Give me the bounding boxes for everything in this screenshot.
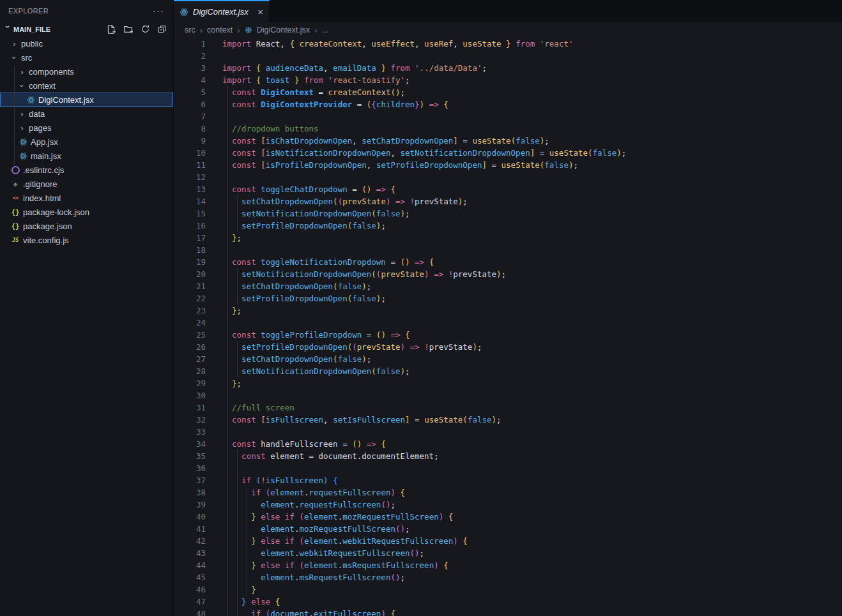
code-line[interactable]: 31 //full screen <box>174 402 842 414</box>
code-line[interactable]: 17 }; <box>174 232 842 244</box>
tree-item-main.jsx[interactable]: main.jsx <box>0 149 173 163</box>
tree-item-src[interactable]: ›src <box>0 50 173 64</box>
code-line[interactable]: 34 const handleFullscreen = () => { <box>174 438 842 450</box>
workspace-root-row[interactable]: › MAIN_FILE <box>0 22 173 36</box>
code-line[interactable]: 41 element.mozRequestFullScreen(); <box>174 523 842 535</box>
line-number: 37 <box>174 474 206 486</box>
code-line[interactable]: 16 setProfileDropdownOpen(false); <box>174 220 842 232</box>
tree-item-label: package.json <box>23 222 72 231</box>
code-line[interactable]: 19 const toggleNotificationDropdown = ()… <box>174 256 842 268</box>
tree-item-DigiContext.jsx[interactable]: DigiContext.jsx <box>0 93 173 107</box>
breadcrumb-file[interactable]: DigiContext.jsx <box>257 26 310 34</box>
code-line-text: if (document.exitFullscreen) { <box>222 608 395 616</box>
code-line[interactable]: 46 } <box>174 583 842 596</box>
code-line[interactable]: 20 setNotificationDropdownOpen((prevStat… <box>174 268 842 280</box>
line-number: 28 <box>174 365 206 377</box>
breadcrumb-context[interactable]: context <box>207 26 233 34</box>
code-line[interactable]: 25 const toggleProfileDropdown = () => { <box>174 329 842 341</box>
code-line[interactable]: 15 setNotificationDropdownOpen(false); <box>174 207 842 220</box>
new-folder-icon[interactable] <box>123 24 134 34</box>
code-line[interactable]: 33 <box>174 426 842 438</box>
code-line[interactable]: 10 const [isNotificationDropdownOpen, se… <box>174 147 842 159</box>
explorer-header: EXPLORER ··· <box>0 0 173 22</box>
tree-item-public[interactable]: ›public <box>0 36 173 50</box>
chevron-right-icon: › <box>19 110 26 117</box>
refresh-explorer-icon[interactable] <box>141 24 150 34</box>
code-line[interactable]: 37 if (!isFullscreen) { <box>174 474 842 486</box>
code-line[interactable]: 4import { toast } from 'react-toastify'; <box>174 74 842 86</box>
tree-item-package.json[interactable]: {}package.json <box>0 219 173 233</box>
code-line[interactable]: 24 <box>174 317 842 329</box>
tree-item-pages[interactable]: ›pages <box>0 121 173 135</box>
code-line-text: element.requestFullscreen(); <box>222 499 395 511</box>
code-line[interactable]: 6 const DigiContextProvider = ({children… <box>174 98 842 110</box>
code-line[interactable]: 35 const element = document.documentElem… <box>174 450 842 462</box>
explorer-title: EXPLORER <box>8 7 49 15</box>
tab-digicontext[interactable]: DigiContext.jsx × <box>174 0 270 22</box>
code-line-text: }; <box>222 377 241 389</box>
explorer-toolbar <box>106 24 167 34</box>
collapse-folders-icon[interactable] <box>157 24 167 34</box>
code-line[interactable]: 42 } else if (element.webkitRequestFulls… <box>174 535 842 547</box>
code-line[interactable]: 32 const [isFullscreen, setIsFullscreen]… <box>174 414 842 426</box>
code-line-text: import { toast } from 'react-toastify'; <box>222 74 410 86</box>
code-line[interactable]: 28 setNotificationDropdownOpen(false); <box>174 365 842 377</box>
line-number: 36 <box>174 462 206 474</box>
code-line[interactable]: 22 setProfileDropdownOpen(false); <box>174 292 842 304</box>
tree-item-data[interactable]: ›data <box>0 107 173 121</box>
tree-item-.gitignore[interactable]: ◆.gitignore <box>0 177 173 191</box>
tree-item-components[interactable]: ›components <box>0 64 173 79</box>
code-line[interactable]: 12 <box>174 171 842 183</box>
line-number: 46 <box>174 583 206 596</box>
code-line[interactable]: 7 <box>174 110 842 123</box>
code-line-text: const toggleNotificationDropdown = () =>… <box>222 256 434 268</box>
code-line[interactable]: 45 element.msRequestFullscreen(); <box>174 571 842 583</box>
code-line[interactable]: 43 element.webkitRequestFullscreen(); <box>174 547 842 559</box>
code-line[interactable]: 14 setChatDropdownOpen((prevState) => !p… <box>174 195 842 207</box>
code-line-text: //full screen <box>222 402 295 414</box>
breadcrumb-symbol-tail[interactable]: ... <box>321 26 328 34</box>
code-line[interactable]: 23 }; <box>174 304 842 317</box>
code-line[interactable]: 48 if (document.exitFullscreen) { <box>174 608 842 616</box>
code-line-text: const DigiContext = createContext(); <box>222 86 405 98</box>
code-line-text: } else if (element.msRequestFullscreen) … <box>222 559 448 571</box>
code-line[interactable]: 44 } else if (element.msRequestFullscree… <box>174 559 842 571</box>
code-line[interactable]: 30 <box>174 389 842 402</box>
tree-item-vite.config.js[interactable]: JSvite.config.js <box>0 233 173 247</box>
line-number: 17 <box>174 232 206 244</box>
line-number: 45 <box>174 571 206 583</box>
code-line[interactable]: 13 const toggleChatDropdown = () => { <box>174 183 842 195</box>
code-line[interactable]: 21 setChatDropdownOpen(false); <box>174 280 842 292</box>
code-line[interactable]: 38 if (element.requestFullscreen) { <box>174 486 842 499</box>
code-line[interactable]: 27 setChatDropdownOpen(false); <box>174 353 842 365</box>
code-line[interactable]: 9 const [isChatDropdownOpen, setChatDrop… <box>174 135 842 147</box>
react-icon <box>19 138 27 146</box>
tree-item-.eslintrc.cjs[interactable]: .eslintrc.cjs <box>0 163 173 177</box>
code-line[interactable]: 1import React, { createContext, useEffec… <box>174 38 842 50</box>
tree-item-App.jsx[interactable]: App.jsx <box>0 135 173 149</box>
code-line[interactable]: 3import { audienceData, emailData } from… <box>174 62 842 74</box>
code-line[interactable]: 39 element.requestFullscreen(); <box>174 499 842 511</box>
file-tree: ›public›src›components›contextDigiContex… <box>0 36 173 247</box>
code-line[interactable]: 26 setProfileDropdownOpen((prevState) =>… <box>174 341 842 353</box>
tree-item-context[interactable]: ›context <box>0 79 173 93</box>
tree-item-package-lock.json[interactable]: {}package-lock.json <box>0 205 173 219</box>
code-line[interactable]: 8 //dropdown buttons <box>174 123 842 135</box>
tree-item-index.html[interactable]: <>index.html <box>0 191 173 205</box>
code-line-text: const [isNotificationDropdownOpen, setNo… <box>222 147 626 159</box>
code-editor[interactable]: 1import React, { createContext, useEffec… <box>174 38 842 616</box>
react-icon <box>26 96 35 104</box>
tab-close-icon[interactable]: × <box>257 8 263 16</box>
code-line[interactable]: 36 <box>174 462 842 474</box>
code-line[interactable]: 40 } else if (element.mozRequestFullScre… <box>174 511 842 523</box>
explorer-more-actions-icon[interactable]: ··· <box>153 8 164 14</box>
code-line[interactable]: 29 }; <box>174 377 842 389</box>
code-line[interactable]: 18 <box>174 244 842 256</box>
code-line[interactable]: 5 const DigiContext = createContext(); <box>174 86 842 98</box>
code-line[interactable]: 47 } else { <box>174 596 842 608</box>
code-line-text: setProfileDropdownOpen(false); <box>222 220 386 232</box>
new-file-icon[interactable] <box>106 24 116 34</box>
code-line[interactable]: 11 const [isProfileDropdownOpen, setProf… <box>174 159 842 171</box>
code-line[interactable]: 2 <box>174 50 842 62</box>
breadcrumb-src[interactable]: src <box>185 26 195 34</box>
